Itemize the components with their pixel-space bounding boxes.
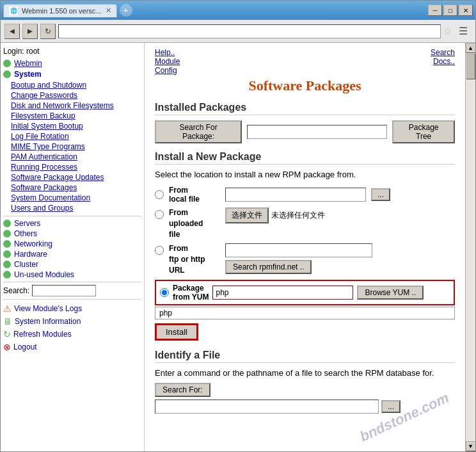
local-file-row: Fromlocal file ...	[155, 186, 455, 204]
yum-outer-row: Packagefrom YUM php Browse YUM .. php	[155, 280, 455, 319]
sidebar-item-docs[interactable]: System Documentation	[3, 193, 141, 203]
package-search-input[interactable]	[247, 125, 387, 139]
install-button[interactable]: Install	[155, 323, 198, 341]
others-section: Others	[3, 229, 141, 238]
minimize-button[interactable]: ─	[428, 4, 442, 16]
local-file-input[interactable]	[225, 188, 366, 202]
uploaded-file-radio[interactable]	[155, 210, 164, 219]
system-icon	[3, 70, 11, 78]
forward-button[interactable]: ►	[22, 24, 38, 39]
refresh-action[interactable]: ↻ Refresh Modules	[3, 328, 141, 341]
local-file-radio[interactable]	[155, 190, 164, 199]
window-controls: ─ □ ✕	[428, 4, 473, 16]
search-for-package-button[interactable]: Search For Package:	[155, 120, 242, 143]
identify-browse-button[interactable]: ...	[381, 400, 401, 413]
sidebar-item-mime[interactable]: MIME Type Programs	[3, 141, 141, 152]
sidebar-search-input[interactable]	[32, 285, 96, 296]
ftp-url-input[interactable]	[225, 243, 372, 257]
scrollbar: ▲ ▼	[465, 43, 475, 451]
sidebar-item-updates[interactable]: Software Package Updates	[3, 172, 141, 182]
logout-action[interactable]: ⊗ Logout	[3, 341, 141, 353]
webmin-section: Webmin	[3, 58, 141, 69]
browser-body: Login: root Webmin System Bootup and Shu…	[1, 43, 475, 451]
file-select-button[interactable]: 选择文件	[225, 207, 269, 223]
sidebar-item-pam[interactable]: PAM Authentication	[3, 152, 141, 162]
install-description: Select the location to install a new RPM…	[155, 170, 455, 179]
sidebar-item-users[interactable]: Users and Groups	[3, 203, 141, 213]
left-links: Help.. Module Config	[155, 48, 180, 75]
sidebar-item-bootup[interactable]: Bootup and Shutdown	[3, 80, 141, 90]
file-select-area: 选择文件 未选择任何文件	[225, 207, 325, 223]
webmin-icon	[3, 60, 11, 67]
tab-close-icon[interactable]: ✕	[106, 6, 111, 15]
tab-area: 🌐 Webmin 1.550 on versc... ✕ +	[3, 4, 425, 17]
servers-section: Servers	[3, 219, 141, 228]
sidebar-item-system[interactable]: System	[14, 70, 42, 79]
identify-search-input[interactable]	[155, 400, 379, 414]
yum-dropdown-value: php	[159, 309, 172, 318]
others-icon	[3, 230, 11, 238]
yum-label: Packagefrom YUM	[173, 284, 209, 302]
bookmark-icon[interactable]: ☆	[443, 25, 456, 38]
module-link[interactable]: Module	[155, 57, 180, 66]
reload-button[interactable]: ↻	[40, 24, 56, 39]
ftp-label: Fromftp or httpURL	[169, 243, 220, 275]
no-file-label: 未选择任何文件	[271, 210, 325, 221]
config-link[interactable]: Config	[155, 66, 180, 75]
active-tab[interactable]: 🌐 Webmin 1.550 on versc... ✕	[3, 4, 117, 17]
view-logs-action[interactable]: ⚠ View Module's Logs	[3, 302, 141, 315]
search-link[interactable]: Search	[431, 48, 455, 57]
sidebar-item-backup[interactable]: Filesystem Backup	[3, 111, 141, 121]
sidebar-item-unused[interactable]: Un-used Modules	[14, 270, 74, 279]
back-button[interactable]: ◄	[4, 24, 20, 39]
scroll-down-button[interactable]: ▼	[466, 441, 476, 451]
installed-section-title: Installed Packages	[155, 102, 455, 115]
package-tree-button[interactable]: Package Tree	[392, 120, 455, 143]
search-rpmfind-button[interactable]: Search rpmfind.net ..	[225, 260, 312, 274]
sidebar-item-processes[interactable]: Running Processes	[3, 162, 141, 172]
yum-radio[interactable]	[160, 288, 169, 297]
install-new-section: Install a New Package Select the locatio…	[155, 151, 455, 341]
ftp-row: Fromftp or httpURL Search rpmfind.net ..	[155, 243, 455, 275]
sidebar-item-cluster[interactable]: Cluster	[14, 260, 38, 269]
sidebar-item-packages[interactable]: Software Packages	[3, 182, 141, 193]
logout-icon: ⊗	[3, 342, 11, 352]
close-button[interactable]: ✕	[459, 4, 473, 16]
help-link[interactable]: Help..	[155, 48, 180, 57]
sidebar-item-hardware[interactable]: Hardware	[14, 250, 47, 259]
menu-icon[interactable]: ☰	[459, 25, 472, 38]
uploaded-file-row: Fromuploadedfile 选择文件 未选择任何文件	[155, 207, 455, 239]
ftp-inputs: Search rpmfind.net ..	[225, 243, 372, 274]
search-for-button[interactable]: Search For:	[155, 383, 210, 397]
search-area: Search:	[3, 285, 141, 296]
tab-icon: 🌐	[9, 6, 18, 15]
scroll-up-button[interactable]: ▲	[466, 43, 476, 53]
sidebar-system-items: Bootup and Shutdown Change Passwords Dis…	[3, 80, 141, 213]
browse-yum-button[interactable]: Browse YUM ..	[357, 286, 424, 300]
sidebar-item-passwords[interactable]: Change Passwords	[3, 90, 141, 101]
system-info-action[interactable]: 🖥 System Information	[3, 315, 141, 328]
scroll-thumb[interactable]	[466, 54, 475, 79]
ftp-radio[interactable]	[155, 246, 164, 255]
cluster-section: Cluster	[3, 260, 141, 269]
sidebar-item-disk[interactable]: Disk and Network Filesystems	[3, 101, 141, 111]
cluster-icon	[3, 261, 11, 268]
maximize-button[interactable]: □	[443, 4, 457, 16]
top-links: Help.. Module Config Search Docs..	[155, 48, 455, 75]
address-input[interactable]: 118.193.251.107:10000	[58, 24, 441, 38]
docs-link[interactable]: Docs..	[431, 57, 455, 66]
new-tab-button[interactable]: +	[120, 4, 132, 17]
sidebar-item-initial[interactable]: Initial System Bootup	[3, 121, 141, 131]
sidebar-item-servers[interactable]: Servers	[14, 219, 40, 228]
yum-package-input[interactable]: php	[212, 286, 353, 300]
sidebar-item-logfile[interactable]: Log File Rotation	[3, 131, 141, 141]
installed-packages-section: Installed Packages Search For Package: P…	[155, 102, 455, 143]
sidebar-item-webmin[interactable]: Webmin	[14, 58, 42, 69]
search-label: Search:	[3, 286, 29, 295]
sidebar-item-networking[interactable]: Networking	[14, 239, 52, 248]
local-file-browse-button[interactable]: ...	[371, 188, 390, 201]
sidebar-item-others[interactable]: Others	[14, 229, 37, 238]
right-links: Search Docs..	[431, 48, 455, 75]
unused-section: Un-used Modules	[3, 270, 141, 279]
local-file-label: Fromlocal file	[169, 186, 220, 204]
